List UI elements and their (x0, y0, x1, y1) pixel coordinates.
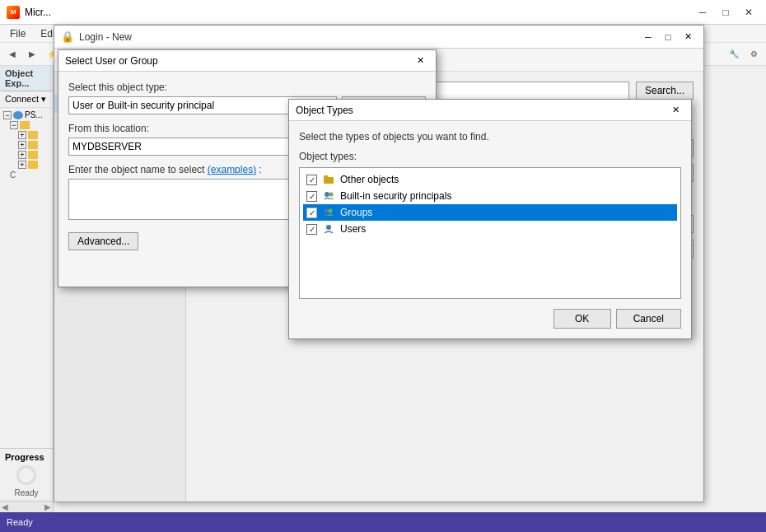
login-dialog-minimize[interactable]: ─ (639, 30, 657, 44)
tree-item-level2a[interactable]: + (2, 130, 51, 140)
tree-item-root[interactable]: − PS... (2, 110, 51, 120)
login-dialog-titlebar: 🔒 Login - New ─ □ ✕ (54, 26, 703, 49)
ssms-minimize-btn[interactable]: ─ (692, 4, 713, 21)
ot-list: ✓ Other objects ✓ (299, 167, 681, 299)
ot-icon-users (322, 223, 335, 235)
folder-icon-2c (28, 151, 38, 159)
select-user-title: Select User or Group (65, 55, 158, 67)
tree-item-C-label: C (10, 170, 16, 180)
select-user-close[interactable]: ✕ (411, 54, 429, 68)
tree-item-level2b[interactable]: + (2, 140, 51, 150)
ot-check-users[interactable]: ✓ (306, 224, 317, 235)
progress-area: Progress Ready (0, 448, 53, 501)
toolbar-settings-btn[interactable]: ⚙ (745, 45, 763, 63)
login-dialog-title: Login - New (79, 31, 132, 43)
ot-label-groups: Groups (340, 207, 372, 218)
scroll-arrow-right[interactable]: ▶ (44, 502, 51, 511)
svg-point-2 (325, 192, 329, 197)
login-dialog-close[interactable]: ✕ (679, 30, 697, 44)
ot-titlebar: Object Types ✕ (289, 100, 691, 121)
tree-root-label: PS... (25, 110, 43, 119)
ot-check-other[interactable]: ✓ (306, 175, 317, 185)
examples-link[interactable]: (examples) (208, 164, 256, 175)
toolbar-back-btn[interactable]: ◀ (3, 45, 21, 63)
tree-expand-root[interactable]: − (3, 111, 12, 119)
ot-label-users: Users (340, 223, 366, 235)
ot-list-label: Object types: (299, 151, 681, 162)
tree-item-level2d[interactable]: + (2, 160, 51, 170)
ot-description: Select the types of objects you want to … (299, 131, 681, 142)
ssms-title-left: M Micr... (7, 6, 51, 19)
advanced-btn[interactable]: Advanced... (68, 232, 138, 250)
folder-icon-1 (20, 121, 30, 129)
login-dialog-controls: ─ □ ✕ (639, 30, 697, 44)
db-icon (13, 111, 23, 119)
ot-close[interactable]: ✕ (666, 103, 684, 118)
svg-point-5 (329, 209, 333, 213)
svg-point-6 (326, 225, 331, 230)
folder-icon-2a (28, 131, 38, 139)
sidebar-connect-label: Connect ▾ (5, 94, 46, 105)
select-user-titlebar: Select User or Group ✕ (58, 50, 436, 72)
ot-ok-btn[interactable]: OK (553, 309, 611, 329)
login-dialog-title-left: 🔒 Login - New (61, 30, 132, 43)
toolbar-wrench-btn[interactable]: 🔧 (725, 45, 743, 63)
svg-rect-1 (324, 175, 328, 178)
ot-check-builtin[interactable]: ✓ (306, 191, 317, 202)
svg-rect-0 (324, 177, 334, 184)
progress-status: Ready (5, 488, 48, 497)
login-search-btn[interactable]: Search... (636, 82, 694, 100)
toolbar-forward-btn[interactable]: ▶ (23, 45, 41, 63)
ssms-title-controls: ─ □ ✕ (692, 4, 759, 21)
tree-item-level2c[interactable]: + (2, 150, 51, 160)
sidebar: Object Exp... Connect ▾ − PS... − + (0, 66, 54, 512)
login-dialog-lock-icon: 🔒 (61, 30, 74, 43)
ssms-app-icon: M (7, 6, 20, 19)
taskbar-status: Ready (7, 517, 33, 527)
ot-cancel-btn[interactable]: Cancel (616, 309, 681, 329)
progress-spinner (16, 465, 36, 485)
ot-label-builtin: Built-in security principals (340, 190, 451, 202)
folder-icon-2d (28, 161, 38, 169)
ot-body: Select the types of objects you want to … (289, 121, 691, 338)
ssms-title-text: Micr... (25, 7, 51, 18)
ssms-maximize-btn[interactable]: □ (715, 4, 736, 21)
folder-icon-2b (28, 141, 38, 149)
tree-expand-2d[interactable]: + (18, 161, 26, 169)
ot-icon-builtin (322, 190, 335, 202)
ot-icon-groups (322, 207, 335, 218)
svg-point-3 (329, 193, 334, 197)
ot-item-other[interactable]: ✓ Other objects (303, 171, 677, 188)
ot-check-groups[interactable]: ✓ (306, 208, 317, 218)
ot-label-other: Other objects (340, 174, 399, 185)
menu-file[interactable]: File (3, 26, 32, 41)
object-type-label: Select this object type: (68, 82, 426, 93)
tree-expand-2a[interactable]: + (18, 131, 26, 139)
tree-expand-2c[interactable]: + (18, 151, 26, 159)
tree-item-level1[interactable]: − (2, 120, 51, 130)
ot-footer: OK Cancel (299, 309, 681, 329)
progress-title: Progress (5, 452, 48, 462)
svg-point-4 (325, 209, 329, 213)
login-dialog-maximize[interactable]: □ (659, 30, 677, 44)
sidebar-connect[interactable]: Connect ▾ (0, 91, 53, 108)
ot-icon-other (322, 174, 335, 185)
ssms-titlebar: M Micr... ─ □ ✕ (0, 0, 766, 25)
taskbar: Ready (0, 512, 766, 532)
horizontal-scrollbar[interactable]: ◀ ▶ (0, 501, 53, 512)
scroll-arrow-left[interactable]: ◀ (2, 502, 8, 511)
tree-item-C[interactable]: C (2, 170, 51, 180)
ssms-close-btn[interactable]: ✕ (738, 4, 759, 21)
object-types-dialog: Object Types ✕ Select the types of objec… (288, 99, 692, 339)
ot-item-users[interactable]: ✓ Users (303, 221, 677, 237)
ot-item-builtin[interactable]: ✓ Built-in security principals (303, 188, 677, 204)
sidebar-header: Object Exp... (0, 66, 53, 91)
tree-expand-1[interactable]: − (10, 121, 18, 129)
tree-area: − PS... − + + + (0, 108, 53, 448)
tree-expand-2b[interactable]: + (18, 141, 26, 149)
ot-item-groups[interactable]: ✓ Groups (303, 204, 677, 221)
ot-title: Object Types (296, 105, 353, 116)
